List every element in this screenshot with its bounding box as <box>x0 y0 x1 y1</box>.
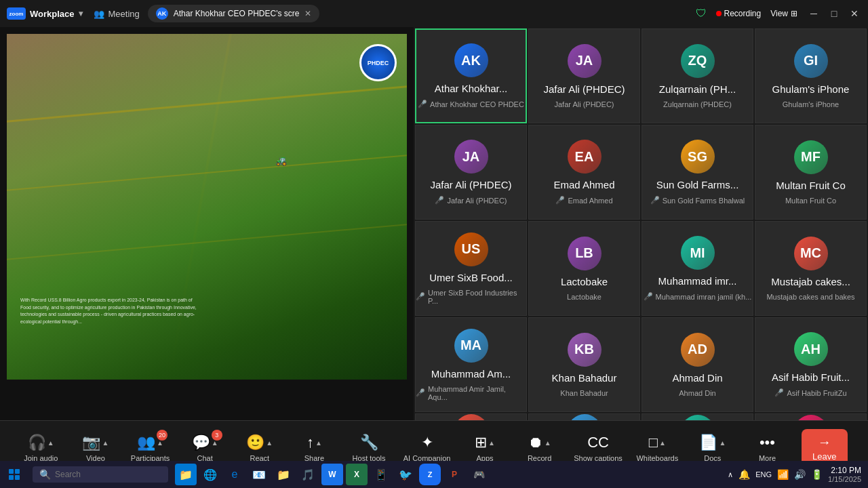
apps-arrow[interactable]: ▲ <box>488 439 495 447</box>
participant-sub: Zulqarnain (PHDEC) <box>663 100 732 108</box>
share-arrow[interactable]: ▲ <box>315 439 322 447</box>
participant-card-4[interactable]: GIGhulam's iPhoneGhulam's iPhone <box>755 28 867 123</box>
start-button[interactable] <box>0 461 28 488</box>
participant-sub: 🎤Athar Khokhar CEO PHDEC <box>418 100 524 108</box>
tool-btn-participants[interactable]: 👥20▲Participants <box>130 434 171 462</box>
taskbar-app-edge[interactable]: e <box>224 464 245 485</box>
mute-icon: 🎤 <box>435 196 444 205</box>
tool-btn-apps[interactable]: ⊞▲Apps <box>465 434 505 462</box>
tool-btn-ai-companion[interactable]: ✦AI Companion <box>403 434 451 462</box>
tool-btn-whiteboards[interactable]: □▲Whiteboards <box>636 434 678 462</box>
record-arrow[interactable]: ▲ <box>545 439 551 447</box>
participant-avatar: MF <box>794 140 828 174</box>
workplace-dropdown[interactable]: ▾ <box>79 9 83 18</box>
join-audio-icon: 🎧 <box>28 434 46 451</box>
participant-avatar: SG <box>681 140 715 174</box>
participant-avatar: EA <box>568 140 601 174</box>
participant-card-8[interactable]: MFMultan Fruit CoMultan Fruit Co <box>755 125 867 220</box>
recording-badge: Recording <box>716 9 762 18</box>
taskbar-search-bar[interactable]: 🔍 <box>33 466 168 483</box>
participant-card-11[interactable]: MIMuhammad imr...🎤Muhammad imran jamil (… <box>642 221 753 316</box>
tab-close-btn[interactable]: ✕ <box>304 9 311 18</box>
tool-btn-share[interactable]: ↑▲Share <box>294 434 334 462</box>
participant-avatar: ZQ <box>681 44 715 78</box>
participant-avatar: KB <box>568 333 601 367</box>
taskbar-app-zoom[interactable]: Z <box>419 464 441 485</box>
participant-card-3[interactable]: ZQZulqarnain (PH...Zulqarnain (PHDEC) <box>642 28 753 123</box>
participant-card-10[interactable]: LBLactobakeLactobake <box>528 221 640 316</box>
close-button[interactable]: ✕ <box>848 7 861 20</box>
search-input[interactable] <box>55 470 150 479</box>
tool-btn-host-tools[interactable]: 🔧Host tools <box>349 434 389 462</box>
react-arrow[interactable]: ▲ <box>266 439 273 447</box>
participant-sub: 🎤Muhammad Amir Jamil, Aqu... <box>416 385 526 401</box>
chat-arrow[interactable]: ▲ <box>212 439 218 447</box>
participant-card-15[interactable]: ADAhmad DinAhmad Din <box>642 317 753 412</box>
participant-card-1[interactable]: AKAthar Khokhar...🎤Athar Khokhar CEO PHD… <box>415 28 527 123</box>
participant-name: Mustajab cakes... <box>766 276 856 287</box>
taskbar-app-excel[interactable]: X <box>346 464 368 485</box>
participant-card-13[interactable]: MAMuhammad Am...🎤Muhammad Amir Jamil, Aq… <box>415 317 527 412</box>
docs-arrow[interactable]: ▲ <box>719 439 726 447</box>
taskbar-app-folder[interactable]: 📁 <box>273 464 294 485</box>
participant-name: Emad Ahmed <box>548 179 620 190</box>
taskbar-app-music[interactable]: 🎵 <box>297 464 319 485</box>
taskbar-app-twitter[interactable]: 🐦 <box>395 464 416 485</box>
tool-btn-more[interactable]: •••More <box>747 434 787 462</box>
join-audio-arrow[interactable]: ▲ <box>47 439 54 447</box>
participant-card-18[interactable]: MAMuhammad Ars...🎤Muhammad Arshad <box>528 413 640 420</box>
taskbar-app-extra1[interactable]: 🎮 <box>468 464 490 485</box>
participant-card-20[interactable]: SFShazia FareedShazia Fareed <box>755 413 867 420</box>
participant-card-6[interactable]: EAEmad Ahmed🎤Emad Ahmed <box>528 125 640 220</box>
video-arrow[interactable]: ▲ <box>102 439 108 447</box>
whiteboards-arrow[interactable]: ▲ <box>659 439 666 447</box>
participant-card-17[interactable]: ALali🎤ali <box>415 413 527 420</box>
taskbar-app-files[interactable]: 📁 <box>175 464 197 485</box>
participants-arrow[interactable]: ▲ <box>157 439 163 447</box>
tool-btn-react[interactable]: 🙂▲React <box>239 434 280 462</box>
taskbar-app-word[interactable]: W <box>321 464 343 485</box>
participant-name: Athar Khokhar... <box>429 83 513 94</box>
chat-icon: 💬 <box>192 434 210 451</box>
chevron-icon[interactable]: ∧ <box>728 470 733 479</box>
recording-label: Recording <box>724 9 762 18</box>
titlebar: zoom Workplace ▾ 👥 Meeting AK Athar Khok… <box>0 0 868 27</box>
tool-btn-join-audio[interactable]: 🎧▲Join audio <box>20 434 61 462</box>
more-icon-wrap: ••• <box>760 434 775 451</box>
chat-icon-wrap: 💬3▲ <box>192 434 218 451</box>
tool-btn-record[interactable]: ⏺▲Record <box>519 434 560 462</box>
taskbar-app-chrome[interactable]: 🌐 <box>199 464 221 485</box>
maximize-button[interactable]: □ <box>827 7 841 20</box>
participant-card-16[interactable]: AHAsif Habib Fruit...🎤Asif Habib FruitZu <box>755 317 867 412</box>
video-icon-wrap: 📷▲ <box>82 434 108 451</box>
participant-card-7[interactable]: SGSun Gold Farms...🎤Sun Gold Farms Bhalw… <box>642 125 753 220</box>
record-icon-wrap: ⏺▲ <box>528 434 551 451</box>
tool-btn-video[interactable]: 📷▲Video <box>75 434 116 462</box>
participant-card-19[interactable]: SAshoaib awanshoaib awan <box>642 413 753 420</box>
tool-btn-chat[interactable]: 💬3▲Chat <box>184 434 225 462</box>
participant-card-2[interactable]: JAJafar Ali (PHDEC)Jafar Ali (PHDEC) <box>528 28 640 123</box>
react-icon: 🙂 <box>246 434 264 451</box>
participant-card-12[interactable]: MCMustajab cakes...Mustajab cakes and ba… <box>755 221 867 316</box>
participants-grid: AKAthar Khokhar...🎤Athar Khokhar CEO PHD… <box>414 27 868 420</box>
mute-icon: 🎤 <box>416 292 425 301</box>
minimize-button[interactable]: ─ <box>807 7 821 20</box>
apps-icon-wrap: ⊞▲ <box>475 434 495 451</box>
meeting-tab[interactable]: 👥 Meeting <box>94 9 140 19</box>
clock-time: 2:10 PM <box>828 466 861 475</box>
participants-icon: 👥 <box>137 434 155 451</box>
user-badge: AK <box>156 7 168 20</box>
participant-name: Khan Bahadur <box>547 372 623 384</box>
taskbar-app-ppt[interactable]: P <box>443 464 465 485</box>
participant-card-5[interactable]: JAJafar Ali (PHDEC)🎤Jafar Ali (PHDEC) <box>415 125 527 220</box>
notification-icon[interactable]: 🔔 <box>738 469 750 480</box>
tool-btn-docs[interactable]: 📄▲Docs <box>692 434 733 462</box>
participant-card-14[interactable]: KBKhan BahadurKhan Bahadur <box>528 317 640 412</box>
taskbar-app-mail[interactable]: 📧 <box>248 464 270 485</box>
screen-share-tab[interactable]: AK Athar Khokhar CEO PHDEC's scre ✕ <box>148 5 320 22</box>
tool-btn-captions[interactable]: CCShow captions <box>574 434 623 462</box>
participant-card-9[interactable]: USUmer SixB Food...🎤Umer SixB Food Indus… <box>415 221 527 316</box>
taskbar-app-whatsapp[interactable]: 📱 <box>370 464 392 485</box>
view-button[interactable]: View ⊞ <box>770 9 797 18</box>
participant-avatar: LB <box>568 237 601 270</box>
